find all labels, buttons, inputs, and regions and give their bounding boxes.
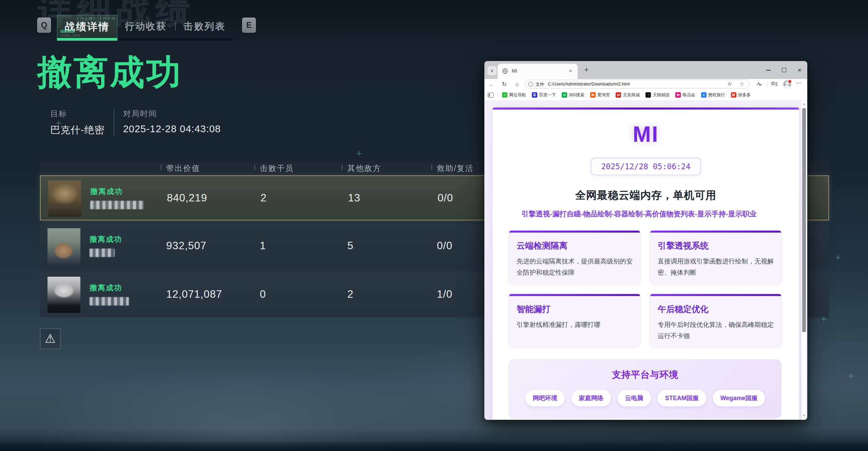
bookmark-favicon: JD — [616, 92, 621, 98]
page-headline: 全网最稳云端内存，单机可用 — [493, 188, 799, 202]
feature-title: 午后稳定优化 — [658, 303, 774, 315]
player-avatar — [47, 277, 80, 313]
address-bar[interactable]: i 文件 C:/Users/Administrator/Downloads/mi… — [524, 80, 750, 89]
bookmark-label: 网址导航 — [509, 92, 526, 98]
close-icon: × — [797, 66, 801, 74]
column-header-kills: 击败干员 — [260, 163, 294, 174]
scroll-down-icon[interactable]: ▼ — [802, 413, 807, 418]
bookmark-item[interactable]: C 携程旅行 — [701, 92, 725, 98]
info-divider — [114, 109, 114, 136]
feature-body: 先进的云端隔离技术，提供最高级别的安全防护和稳定性保障 — [517, 256, 633, 278]
cell-value: 932,507 — [166, 240, 207, 252]
browser-titlebar[interactable]: ∨ MI × + × — [484, 61, 807, 79]
back-button[interactable]: ← — [487, 80, 496, 89]
crosshair-marker: + — [848, 370, 854, 382]
bookmarks-divider — [498, 92, 498, 98]
platform-pill: Wegame国服 — [713, 390, 766, 407]
cell-rescue: 1/0 — [437, 288, 452, 300]
bookmarks-panel-icon[interactable] — [488, 93, 494, 98]
info-label: 对局时间 — [123, 109, 221, 119]
bookmark-item[interactable]: JD 京东商城 — [616, 92, 640, 98]
platform-pill: 网吧环境 — [525, 390, 565, 407]
cell-kills: 2 — [261, 192, 267, 204]
toolbar-divider — [767, 81, 768, 87]
tab-label: 行动收获 — [125, 20, 167, 33]
player-name-redacted — [90, 297, 129, 306]
browser-tab[interactable]: MI × — [498, 64, 578, 79]
feature-body: 直接调用游戏引擎函数进行绘制，无视解密、掩体判断 — [658, 256, 774, 278]
platform-panel: 支持平台与环境 网吧环境 家庭网络 云电脑 STEAM国服 Wegame国服 — [509, 359, 782, 418]
cell-others: 2 — [347, 288, 353, 300]
read-aloud-icon[interactable]: A — [728, 81, 732, 86]
refresh-button[interactable]: ↻ — [500, 80, 509, 89]
column-header-others: 其他敌方 — [347, 163, 381, 174]
new-tab-button[interactable]: + — [582, 65, 591, 74]
maximize-button[interactable] — [776, 61, 792, 79]
favorite-star-icon[interactable]: ☆ — [740, 81, 744, 87]
chevron-down-icon: ∨ — [490, 68, 494, 73]
key-hint-e: E — [242, 18, 256, 33]
player-name-redacted — [90, 201, 144, 209]
tab-close-icon[interactable]: × — [567, 67, 574, 75]
favorites-list-icon[interactable] — [771, 80, 778, 88]
page-info-icon[interactable]: i — [528, 82, 533, 87]
result-title: 撤离成功 — [37, 50, 182, 96]
bookmark-favicon: 拼 — [731, 92, 736, 98]
warning-icon: ⚠ — [45, 332, 56, 346]
bookmark-item[interactable]: 淘 爱淘宝 — [590, 92, 610, 98]
scroll-up-icon[interactable]: ▲ — [802, 102, 807, 106]
bookmark-label: 拼多多 — [738, 92, 751, 98]
bookmark-item[interactable]: 拼 拼多多 — [731, 92, 751, 98]
warning-box[interactable]: ⚠ — [40, 329, 60, 349]
feature-title: 引擎透视系统 — [658, 240, 774, 251]
bookmark-item[interactable]: ✓ 网址导航 — [502, 92, 526, 98]
bookmark-label: 天猫精选 — [653, 92, 670, 98]
globe-icon — [502, 68, 508, 74]
cell-kills: 0 — [260, 288, 266, 300]
bookmark-favicon: 淘 — [590, 92, 596, 98]
content-card: MI 2025/12/28 05:06:24 全网最稳云端内存，单机可用 引擎透… — [493, 107, 799, 420]
minimize-button[interactable] — [760, 61, 776, 79]
bookmark-item[interactable]: O 360搜索 — [562, 92, 584, 98]
close-button[interactable]: × — [792, 61, 807, 79]
active-tab-underline — [57, 38, 117, 41]
cell-rescue: 0/0 — [437, 240, 452, 252]
profile-avatar[interactable] — [783, 80, 791, 88]
bookmark-label: 360搜索 — [569, 92, 584, 98]
info-value: 2025-12-28 04:43:08 — [123, 123, 221, 135]
browser-essentials-icon[interactable] — [756, 80, 763, 88]
cell-rescue: 0/0 — [438, 192, 453, 204]
feature-title: 智能漏打 — [517, 303, 633, 315]
feature-card: 午后稳定优化 专用午后时段优化算法，确保高峰期稳定运行不卡顿 — [650, 294, 782, 348]
bookmark-favicon: ✓ — [502, 92, 507, 98]
bookmark-item[interactable]: 特 唯品会 — [675, 92, 695, 98]
bookmarks-bar: ✓ 网址导航 百 百度一下 O 360搜索 淘 爱淘宝 JD 京东商城 T 天猫… — [484, 90, 807, 101]
player-name-redacted — [90, 249, 115, 257]
browser-toolbar: ← ↻ ⌂ i 文件 C:/Users/Administrator/Downlo… — [484, 79, 807, 90]
column-header-value: 带出价值 — [166, 163, 200, 174]
platform-pill: 家庭网络 — [571, 390, 611, 407]
menu-dots-icon[interactable]: ⋯ — [796, 80, 801, 86]
tab-battle-details[interactable]: 9 16 0 38 1 - 1 28 9 38 战绩详情 HAWK_OPS — [57, 15, 117, 38]
notification-dot — [788, 79, 792, 84]
tab-search-button[interactable]: ∨ — [487, 66, 497, 75]
address-scheme-label: 文件 — [536, 82, 544, 87]
tab-kill-list[interactable]: 击败列表 — [181, 15, 228, 38]
home-button[interactable]: ⌂ — [513, 80, 522, 89]
crosshair-marker: + — [821, 313, 827, 325]
browser-window: ∨ MI × + × ← ↻ ⌂ i — [484, 61, 807, 420]
address-input[interactable]: C:/Users/Administrator/Downloads/mi2.htm… — [548, 82, 630, 86]
bookmark-item[interactable]: 百 百度一下 — [532, 92, 556, 98]
scrollbar-thumb[interactable] — [802, 108, 806, 332]
cell-others: 13 — [348, 192, 360, 204]
column-header-rescue: 救助/复活 — [437, 163, 474, 174]
feature-grid: 云端检测隔离 先进的云端隔离技术，提供最高级别的安全防护和稳定性保障 引擎透视系… — [509, 230, 782, 347]
bookmark-label: 京东商城 — [623, 92, 640, 98]
feature-body: 引擎射线精准漏打，露哪打哪 — [517, 319, 633, 330]
bookmark-item[interactable]: T 天猫精选 — [645, 92, 670, 98]
bookmark-label: 百度一下 — [539, 92, 556, 98]
page-scrollbar[interactable]: ▲ ▼ — [802, 101, 807, 420]
tab-action-gains[interactable]: 行动收获 — [122, 15, 170, 38]
window-controls: × — [760, 61, 807, 79]
site-logo: MI — [493, 122, 799, 147]
